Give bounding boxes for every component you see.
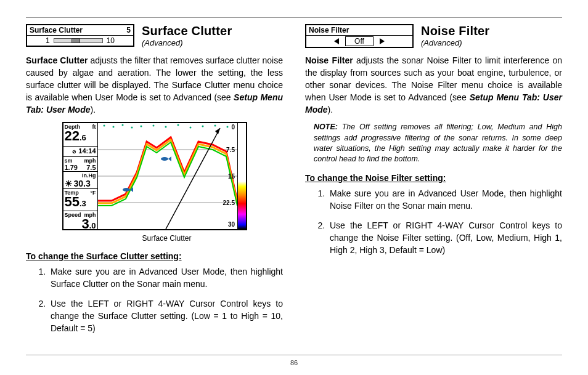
page-number: 86 <box>290 359 298 366</box>
body-paragraph: Surface Clutter adjusts the filter that … <box>26 55 283 116</box>
left-column: Surface Clutter 5 1 10 Surface Clutter (… <box>26 24 283 342</box>
svg-point-8 <box>152 125 154 127</box>
section-subtitle: (Advanced) <box>421 38 489 47</box>
svg-point-11 <box>189 127 191 129</box>
noise-filter-menubox: Noise Filter Off <box>305 24 414 48</box>
steps-list: Make sure you are in Advanced User Mode,… <box>327 188 562 256</box>
menu-label: Surface Clutter <box>30 26 83 34</box>
svg-point-13 <box>214 125 216 127</box>
change-heading: To change the Surface Clutter setting: <box>26 251 283 261</box>
sonar-caption: Surface Clutter <box>26 234 283 243</box>
svg-point-16 <box>123 188 130 192</box>
note-paragraph: NOTE: The Off setting removes all filter… <box>314 122 562 164</box>
menu-value: Off <box>345 36 374 46</box>
svg-point-12 <box>202 126 203 127</box>
page-footer: 86 <box>0 355 588 366</box>
svg-point-14 <box>226 126 228 128</box>
steps-list: Make sure you are in Advanced User Mode,… <box>48 266 283 334</box>
section-title: Noise Filter <box>421 24 489 38</box>
svg-text:0: 0 <box>231 124 235 131</box>
slider-track <box>54 38 103 43</box>
right-column: Noise Filter Off Noise Filter (Advanced)… <box>305 24 562 342</box>
section-title: Surface Clutter <box>142 24 232 38</box>
svg-point-4 <box>112 126 114 128</box>
menu-value: 5 <box>126 26 131 34</box>
sonar-screenshot: Depthft 22.6 ⊘ 14:14 smmph 1.797.5 In.Hg… <box>62 122 247 230</box>
svg-text:7.5: 7.5 <box>226 147 235 153</box>
list-item: Make sure you are in Advanced User Mode,… <box>48 266 283 291</box>
svg-text:30: 30 <box>227 221 235 228</box>
svg-text:15: 15 <box>227 173 235 180</box>
body-paragraph: Noise Filter adjusts the sonar Noise Fil… <box>305 55 562 116</box>
surface-clutter-menubox: Surface Clutter 5 1 10 <box>26 24 134 47</box>
svg-text:22.5: 22.5 <box>223 200 235 206</box>
slider-min: 1 <box>46 36 50 45</box>
chevron-right-icon <box>380 38 385 44</box>
color-bar <box>237 123 246 229</box>
svg-point-10 <box>177 124 179 126</box>
chevron-left-icon <box>334 38 339 44</box>
list-item: Use the LEFT or RIGHT 4-WAY Cursor Contr… <box>48 298 283 335</box>
list-item: Make sure you are in Advanced User Mode,… <box>327 188 562 212</box>
svg-point-7 <box>140 126 142 127</box>
svg-point-6 <box>131 127 133 129</box>
slider-max: 10 <box>107 36 115 45</box>
svg-point-9 <box>165 126 166 128</box>
svg-point-5 <box>121 124 123 126</box>
section-subtitle: (Advanced) <box>142 38 232 47</box>
svg-point-3 <box>103 125 105 127</box>
menu-label: Noise Filter <box>309 26 349 34</box>
list-item: Use the LEFT or RIGHT 4-WAY Cursor Contr… <box>327 220 562 257</box>
svg-point-15 <box>161 157 168 161</box>
change-heading: To change the Noise Filter setting: <box>305 173 562 183</box>
slider-knob <box>71 38 80 43</box>
